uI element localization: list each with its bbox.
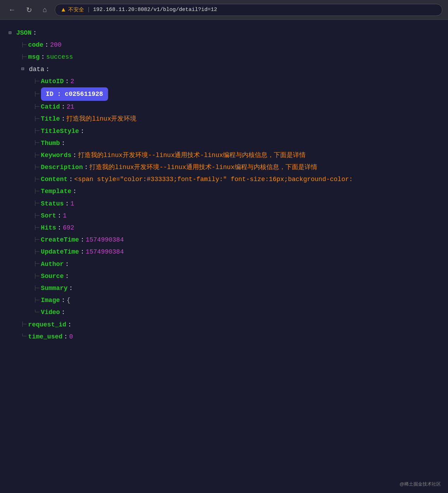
code-line: ├─ code : 200 [8, 39, 440, 51]
field-line-titlestyle: ├─TitleStyle : [8, 125, 440, 137]
field-key-title: Title [41, 113, 60, 125]
field-key-author: Author [41, 258, 64, 270]
field-key-status: Status [41, 198, 64, 210]
field-line-catid: ├─Catid : 21 [8, 101, 440, 113]
field-key-hits: Hits [41, 222, 56, 234]
field-key-keywords: Keywords [41, 149, 71, 161]
field-val-updatetime: 1574990384 [86, 246, 124, 258]
warning-icon: ▲ [61, 6, 65, 13]
field-line-hits: ├─Hits : 692 [8, 222, 440, 234]
field-key-source: Source [41, 270, 64, 282]
json-root-line: ⊟ JSON : [8, 27, 440, 39]
field-line-source: ├─Source : [8, 270, 440, 282]
field-key-thumb: Thumb [41, 137, 60, 149]
home-button[interactable]: ⌂ [40, 4, 50, 15]
field-line-status: ├─Status : 1 [8, 198, 440, 210]
field-val-image: { [66, 294, 70, 306]
field-val-autoid: 2 [70, 75, 74, 87]
field-val-status: 1 [70, 198, 74, 210]
field-line-updatetime: ├─UpdateTime : 1574990384 [8, 246, 440, 258]
field-key-summary: Summary [41, 282, 68, 294]
field-line-title: ├─Title : 打造我的linux开发环境 [8, 113, 440, 125]
code-value: 200 [50, 39, 61, 51]
reload-button[interactable]: ↻ [23, 4, 35, 16]
request-id-line: ├─ request_id : [8, 319, 440, 331]
field-val-description: 打造我的linux开发环境--linux通用技术-linux编程与内核信息，下面… [89, 161, 317, 173]
field-line-sort: ├─Sort : 1 [8, 210, 440, 222]
data-fields: ├─AutoID : 2├─ID : c025611928├─Catid : 2… [8, 75, 440, 319]
root-collapse-icon[interactable]: ⊟ [8, 28, 14, 38]
msg-key: msg [28, 51, 40, 63]
data-key: data [29, 63, 44, 75]
field-key-sort: Sort [41, 210, 56, 222]
field-line-summary: ├─Summary : [8, 282, 440, 294]
field-val-createtime: 1574990384 [86, 234, 124, 246]
field-line-keywords: ├─Keywords : 打造我的linux开发环境--linux通用技术-li… [8, 149, 440, 161]
address-bar[interactable]: ▲ 不安全 | 192.168.11.20:8082/v1/blog/detai… [55, 4, 442, 16]
field-val-content: <span style="color:#333333;font-family:"… [74, 173, 353, 185]
time-used-key: time_used [28, 331, 63, 343]
id-highlight-badge: ID : c025611928 [41, 87, 108, 101]
field-val-hits: 692 [63, 222, 74, 234]
field-key-image: Image [41, 294, 60, 306]
data-collapse-icon[interactable]: ⊟ [21, 64, 27, 74]
url-text: 192.168.11.20:8082/v1/blog/detail?id=12 [93, 7, 217, 13]
field-key-content: Content [41, 173, 68, 185]
field-key-template: Template [41, 185, 71, 197]
field-line-autoid: ├─AutoID : 2 [8, 75, 440, 87]
msg-value: success [46, 51, 73, 63]
time-used-value: 0 [69, 331, 73, 343]
field-line-id: ├─ID : c025611928 [8, 87, 440, 101]
field-val-keywords: 打造我的linux开发环境--linux通用技术-linux编程与内核信息，下面… [78, 149, 306, 161]
field-line-image: ├─Image : { [8, 294, 440, 306]
json-viewer: ⊟ JSON : ├─ code : 200 ├─ msg : success … [0, 20, 448, 350]
code-key: code [28, 39, 43, 51]
msg-line: ├─ msg : success [8, 51, 440, 63]
field-val-catid: 21 [66, 101, 74, 113]
field-line-author: ├─Author : [8, 258, 440, 270]
root-key: JSON [16, 27, 31, 39]
watermark: @稀土掘金技术社区 [400, 481, 441, 487]
field-key-description: Description [41, 161, 83, 173]
field-line-template: ├─Template : [8, 185, 440, 197]
field-key-video: Video [41, 306, 60, 318]
insecure-label: 不安全 [68, 6, 84, 13]
field-val-sort: 1 [63, 210, 67, 222]
field-key-autoid: AutoID [41, 75, 64, 87]
field-key-titlestyle: TitleStyle [41, 125, 79, 137]
time-used-line: └─ time_used : 0 [8, 331, 440, 343]
field-key-updatetime: UpdateTime [41, 246, 79, 258]
field-line-createtime: ├─CreateTime : 1574990384 [8, 234, 440, 246]
back-button[interactable]: ← [6, 4, 18, 15]
field-line-video: └─Video : [8, 306, 440, 318]
field-val-title: 打造我的linux开发环境 [66, 113, 136, 125]
browser-chrome: ← ↻ ⌂ ▲ 不安全 | 192.168.11.20:8082/v1/blog… [0, 0, 448, 20]
request-id-key: request_id [28, 319, 66, 331]
field-line-description: ├─Description : 打造我的linux开发环境--linux通用技术… [8, 161, 440, 173]
field-line-thumb: ├─Thumb : [8, 137, 440, 149]
separator: | [87, 7, 90, 13]
field-key-catid: Catid [41, 101, 60, 113]
data-line: ⊟ data : [8, 63, 440, 75]
field-line-content: ├─Content : <span style="color:#333333;f… [8, 173, 440, 185]
field-key-createtime: CreateTime [41, 234, 79, 246]
